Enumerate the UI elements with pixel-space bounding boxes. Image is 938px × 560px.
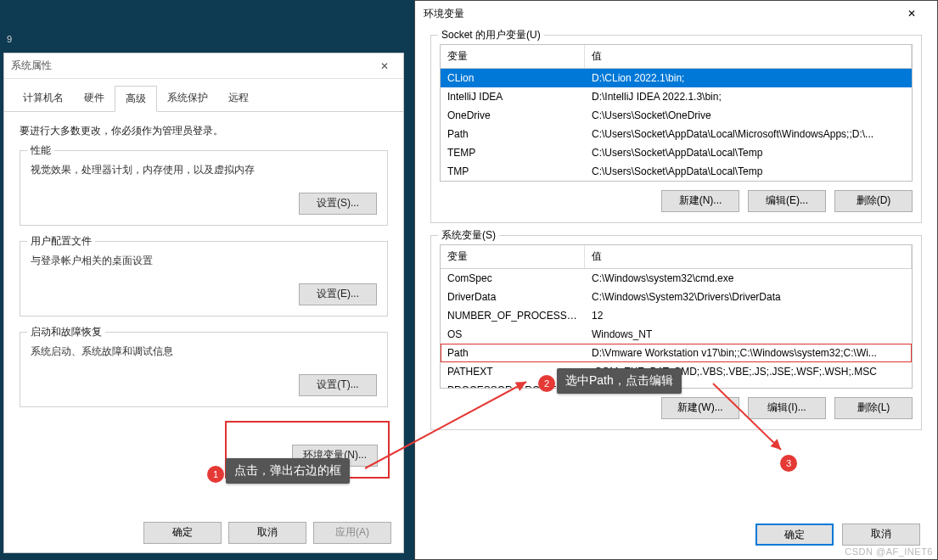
- tab-hardware[interactable]: 硬件: [74, 86, 115, 111]
- user-vars-legend: Socket 的用户变量(U): [438, 28, 544, 42]
- tab-advanced[interactable]: 高级: [115, 86, 157, 112]
- table-row[interactable]: PathD:\Vmware Workstation v17\bin;;C:\Wi…: [441, 344, 912, 362]
- col-variable[interactable]: 变量: [441, 45, 585, 68]
- sysprops-title: 系统属性: [11, 59, 52, 73]
- close-icon[interactable]: ✕: [373, 58, 396, 75]
- system-vars-actions: 新建(W)... 编辑(I)... 删除(L): [440, 397, 913, 419]
- user-profiles-group: 用户配置文件 与登录帐户相关的桌面设置 设置(E)...: [20, 241, 388, 316]
- cell-variable: TEMP: [441, 144, 585, 161]
- cell-variable: NUMBER_OF_PROCESSORS: [441, 307, 585, 324]
- user-profiles-settings-button[interactable]: 设置(E)...: [299, 283, 377, 305]
- background-text: 9: [7, 34, 12, 44]
- sysprops-titlebar: 系统属性 ✕: [4, 53, 403, 79]
- cell-variable: Path: [441, 126, 585, 143]
- cancel-button[interactable]: 取消: [842, 524, 920, 546]
- table-row[interactable]: OneDriveC:\Users\Socket\OneDrive: [441, 106, 912, 125]
- system-variables-group: 系统变量(S) 变量 值 ComSpecC:\Windows\system32\…: [430, 235, 922, 430]
- performance-settings-button[interactable]: 设置(S)...: [299, 193, 377, 215]
- system-vars-legend: 系统变量(S): [438, 228, 499, 243]
- user-delete-button[interactable]: 删除(D): [834, 190, 913, 212]
- tab-computer-name[interactable]: 计算机名: [13, 86, 74, 111]
- cell-value: C:\Users\Socket\AppData\Local\Temp: [585, 144, 912, 161]
- system-new-button[interactable]: 新建(W)...: [661, 397, 739, 419]
- user-vars-rows: CLionD:\CLion 2022.1\bin;IntelliJ IDEAD:…: [441, 69, 912, 181]
- envwin-titlebar: 环境变量 ✕: [415, 1, 937, 26]
- performance-desc: 视觉效果，处理器计划，内存使用，以及虚拟内存: [31, 163, 377, 177]
- table-row[interactable]: PathC:\Users\Socket\AppData\Local\Micros…: [441, 125, 912, 143]
- tab-system-protection[interactable]: 系统保护: [157, 86, 218, 111]
- user-variables-group: Socket 的用户变量(U) 变量 值 CLionD:\CLion 2022.…: [430, 35, 922, 223]
- startup-legend: 启动和故障恢复: [27, 325, 105, 339]
- col-variable[interactable]: 变量: [441, 245, 585, 268]
- cell-variable: OneDrive: [441, 107, 585, 124]
- col-value[interactable]: 值: [585, 245, 912, 268]
- cell-variable: OS: [441, 326, 585, 343]
- table-row[interactable]: CLionD:\CLion 2022.1\bin;: [441, 69, 912, 87]
- table-header: 变量 值: [441, 245, 912, 269]
- annotation-callout-1: 点击，弹出右边的框: [226, 458, 350, 484]
- cell-variable: DriverData: [441, 288, 585, 305]
- cell-value: Windows_NT: [585, 326, 912, 343]
- envwin-title: 环境变量: [424, 7, 464, 21]
- tab-remote[interactable]: 远程: [218, 86, 259, 111]
- table-row[interactable]: TEMPC:\Users\Socket\AppData\Local\Temp: [441, 143, 912, 162]
- cell-value: C:\Users\Socket\OneDrive: [585, 107, 912, 124]
- user-edit-button[interactable]: 编辑(E)...: [748, 190, 826, 212]
- system-delete-button[interactable]: 删除(L): [834, 397, 913, 419]
- performance-legend: 性能: [27, 143, 54, 158]
- user-vars-actions: 新建(N)... 编辑(E)... 删除(D): [440, 190, 913, 212]
- envwin-footer: 确定 取消: [755, 524, 920, 546]
- ok-button[interactable]: 确定: [755, 524, 834, 546]
- cell-value: D:\IntelliJ IDEA 2022.1.3\bin;: [585, 88, 912, 105]
- cell-variable: IntelliJ IDEA: [441, 88, 585, 105]
- sysprops-body: 要进行大多数更改，你必须作为管理员登录。 性能 视觉效果，处理器计划，内存使用，…: [4, 112, 403, 489]
- watermark: CSDN @AF_INET6: [845, 546, 933, 557]
- sysprops-footer: 确定 取消 应用(A): [143, 522, 391, 544]
- system-edit-button[interactable]: 编辑(I)...: [748, 397, 826, 419]
- user-profiles-legend: 用户配置文件: [27, 234, 95, 249]
- annotation-callout-2: 选中Path，点击编辑: [557, 368, 682, 394]
- table-row[interactable]: OSWindows_NT: [441, 325, 912, 344]
- cell-value: D:\Vmware Workstation v17\bin;;C:\Window…: [585, 344, 912, 361]
- cell-variable: ComSpec: [441, 270, 585, 287]
- cell-value: 12: [585, 307, 912, 324]
- environment-variables-window: 环境变量 ✕ Socket 的用户变量(U) 变量 值 CLionD:\CLio…: [414, 0, 938, 560]
- apply-button[interactable]: 应用(A): [313, 522, 391, 544]
- close-icon[interactable]: ✕: [895, 3, 929, 24]
- admin-note: 要进行大多数更改，你必须作为管理员登录。: [20, 124, 388, 138]
- system-vars-table: 变量 值 ComSpecC:\Windows\system32\cmd.exeD…: [440, 244, 913, 389]
- table-row[interactable]: TMPC:\Users\Socket\AppData\Local\Temp: [441, 162, 912, 181]
- table-header: 变量 值: [441, 45, 912, 69]
- cell-variable: Path: [441, 344, 585, 361]
- cell-value: C:\Users\Socket\AppData\Local\Temp: [585, 163, 912, 180]
- startup-settings-button[interactable]: 设置(T)...: [299, 374, 377, 396]
- cell-variable: CLion: [441, 70, 585, 87]
- user-profiles-desc: 与登录帐户相关的桌面设置: [31, 254, 377, 268]
- cell-variable: TMP: [441, 163, 585, 180]
- startup-desc: 系统启动、系统故障和调试信息: [31, 344, 377, 359]
- table-row[interactable]: ComSpecC:\Windows\system32\cmd.exe: [441, 269, 912, 288]
- performance-group: 性能 视觉效果，处理器计划，内存使用，以及虚拟内存 设置(S)...: [20, 150, 388, 226]
- cell-value: D:\CLion 2022.1\bin;: [585, 70, 912, 87]
- col-value[interactable]: 值: [585, 45, 912, 68]
- cell-value: C:\Windows\System32\Drivers\DriverData: [585, 288, 912, 305]
- table-row[interactable]: NUMBER_OF_PROCESSORS12: [441, 306, 912, 325]
- table-row[interactable]: IntelliJ IDEAD:\IntelliJ IDEA 2022.1.3\b…: [441, 87, 912, 106]
- cell-value: C:\Windows\system32\cmd.exe: [585, 270, 912, 287]
- cell-value: C:\Users\Socket\AppData\Local\Microsoft\…: [585, 126, 912, 143]
- user-new-button[interactable]: 新建(N)...: [661, 190, 739, 212]
- annotation-badge-1: 1: [207, 466, 224, 483]
- annotation-badge-2: 2: [538, 375, 555, 392]
- startup-recovery-group: 启动和故障恢复 系统启动、系统故障和调试信息 设置(T)...: [20, 332, 388, 407]
- user-vars-table: 变量 值 CLionD:\CLion 2022.1\bin;IntelliJ I…: [440, 44, 913, 182]
- ok-button[interactable]: 确定: [143, 522, 222, 544]
- cancel-button[interactable]: 取消: [228, 522, 306, 544]
- table-row[interactable]: DriverDataC:\Windows\System32\Drivers\Dr…: [441, 288, 912, 306]
- annotation-badge-3: 3: [780, 455, 797, 472]
- sysprops-tabs: 计算机名 硬件 高级 系统保护 远程: [4, 79, 403, 112]
